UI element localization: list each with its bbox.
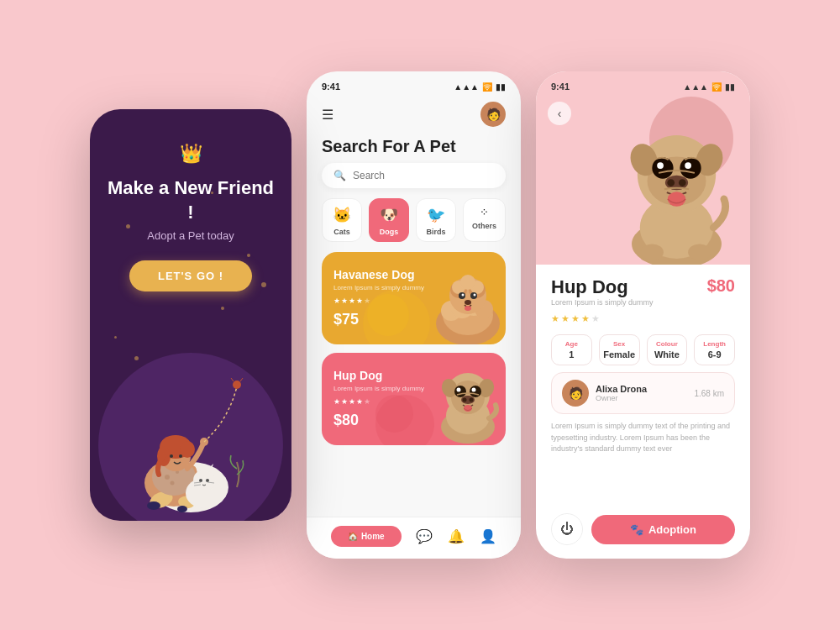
nav-home[interactable]: 🏠 Home xyxy=(331,526,402,547)
lets-go-button[interactable]: LET'S GO ! xyxy=(129,260,252,291)
svg-point-21 xyxy=(193,470,215,491)
svg-point-72 xyxy=(685,162,691,169)
stat-age: Age 1 xyxy=(551,334,592,365)
svg-point-15 xyxy=(179,454,182,458)
screen-search: 9:41 ▲▲▲ 🛜 ▮▮ ☰ 🧑 Search For A Pet 🔍 🐱 C… xyxy=(307,71,521,559)
adoption-label: Adoption xyxy=(648,523,696,536)
svg-point-24 xyxy=(199,479,202,482)
svg-point-17 xyxy=(233,381,241,389)
pet-detail-image xyxy=(599,97,750,265)
pet-detail-name: Hup Dog Lorem Ipsum is simply dummy xyxy=(551,276,654,307)
bottom-navigation: 🏠 Home 💬 🔔 👤 xyxy=(307,517,521,559)
signal-icon: ▲▲▲ xyxy=(454,82,479,92)
category-tabs: 🐱 Cats 🐶 Dogs 🐦 Birds ⁘ Others xyxy=(307,198,521,252)
search-input[interactable] xyxy=(353,170,494,181)
svg-point-69 xyxy=(652,157,673,178)
pet-card-havanese-info: Havanese Dog Lorem Ipsum is simply dummy… xyxy=(322,252,506,344)
stat-sex: Sex Female xyxy=(599,334,640,365)
svg-point-71 xyxy=(657,162,664,169)
svg-point-9 xyxy=(171,481,175,486)
svg-point-76 xyxy=(668,192,685,207)
power-button[interactable]: ⏻ xyxy=(551,513,583,545)
birds-icon: 🐦 xyxy=(427,206,445,224)
nav-notifications[interactable]: 🔔 xyxy=(448,528,465,544)
pet-card-hup-info: Hup Dog Lorem Ipsum is simply dummy ★ ★ … xyxy=(322,353,506,445)
nav-chat[interactable]: 💬 xyxy=(416,528,433,544)
app-header: ☰ 🧑 xyxy=(307,95,521,134)
pet-image-header: 9:41 ▲▲▲ 🛜 ▮▮ ‹ xyxy=(536,71,750,265)
home-label: Home xyxy=(361,532,385,541)
svg-point-63 xyxy=(641,244,664,260)
welcome-subtitle: Adopt a Pet today xyxy=(147,229,234,242)
pet-detail-price: $80 xyxy=(707,276,735,296)
svg-point-25 xyxy=(206,479,209,482)
back-button[interactable]: ‹ xyxy=(548,102,571,125)
wifi-icon: 🛜 xyxy=(482,82,492,92)
paw-icon: 🐾 xyxy=(630,523,643,536)
cats-label: Cats xyxy=(333,228,350,236)
status-bar-detail: 9:41 ▲▲▲ 🛜 ▮▮ xyxy=(536,71,750,95)
pet-desc-havanese: Lorem Ipsum is simply dummy xyxy=(333,284,494,291)
owner-info: 🧑 Alixa Drona Owner 1.68 km xyxy=(551,372,735,414)
nav-profile[interactable]: 👤 xyxy=(480,528,496,544)
svg-point-5 xyxy=(177,506,187,512)
chat-icon: 💬 xyxy=(416,528,433,544)
search-title: Search For A Pet xyxy=(307,134,521,163)
pet-list: Havanese Dog Lorem Ipsum is simply dummy… xyxy=(307,252,521,510)
screen-welcome: 👑 Make a New Friend ! Adopt a Pet today … xyxy=(90,109,291,521)
search-icon: 🔍 xyxy=(333,170,346,181)
svg-point-7 xyxy=(165,475,170,480)
svg-point-14 xyxy=(170,454,173,458)
category-cats[interactable]: 🐱 Cats xyxy=(322,198,362,242)
svg-point-4 xyxy=(147,501,160,510)
svg-point-75 xyxy=(679,179,686,186)
status-time-detail: 9:41 xyxy=(551,81,570,92)
pet-detail-stats: Age 1 Sex Female Colour White Length 6-9 xyxy=(551,334,735,365)
svg-line-19 xyxy=(240,378,243,381)
svg-point-70 xyxy=(680,157,701,178)
category-birds[interactable]: 🐦 Birds xyxy=(416,198,456,242)
status-time: 9:41 xyxy=(322,81,340,92)
screen-detail: 9:41 ▲▲▲ 🛜 ▮▮ ‹ xyxy=(536,71,750,559)
stat-length: Length 6-9 xyxy=(694,334,735,365)
search-bar[interactable]: 🔍 xyxy=(322,163,506,188)
owner-distance: 1.68 km xyxy=(694,389,724,398)
illustration-svg xyxy=(107,319,275,521)
welcome-illustration xyxy=(90,302,291,521)
status-icons-detail: ▲▲▲ 🛜 ▮▮ xyxy=(683,81,735,92)
status-bar: 9:41 ▲▲▲ 🛜 ▮▮ xyxy=(307,71,521,95)
status-icons: ▲▲▲ 🛜 ▮▮ xyxy=(454,82,506,92)
svg-point-64 xyxy=(688,244,711,260)
battery-icon-detail: ▮▮ xyxy=(725,82,735,92)
pet-detail-stars: ★ ★ ★ ★ ★ xyxy=(551,313,735,324)
home-icon: 🏠 xyxy=(348,532,358,541)
pet-desc-hup: Lorem Ipsum is simply dummy xyxy=(333,385,494,392)
svg-point-74 xyxy=(667,179,675,186)
dogs-label: Dogs xyxy=(380,228,399,236)
owner-details: Alixa Drona Owner xyxy=(596,384,694,402)
pet-name-hup: Hup Dog xyxy=(333,369,494,382)
wifi-icon-detail: 🛜 xyxy=(711,82,722,92)
category-dogs[interactable]: 🐶 Dogs xyxy=(369,198,409,242)
pet-card-havanese[interactable]: Havanese Dog Lorem Ipsum is simply dummy… xyxy=(322,252,506,344)
owner-avatar: 🧑 xyxy=(562,380,589,407)
pet-price-hup: $80 xyxy=(333,412,494,429)
adoption-button[interactable]: 🐾 Adoption xyxy=(591,515,735,544)
svg-line-18 xyxy=(231,378,234,381)
pet-name-havanese: Havanese Dog xyxy=(333,268,494,281)
profile-icon: 👤 xyxy=(480,528,496,544)
birds-label: Birds xyxy=(426,228,445,236)
menu-icon[interactable]: ☰ xyxy=(322,107,333,123)
owner-name: Alixa Drona xyxy=(596,384,694,394)
pet-price-havanese: $75 xyxy=(333,311,494,328)
pet-stars-havanese: ★ ★ ★ ★ ★ xyxy=(333,297,494,305)
pet-detail-header: Hup Dog Lorem Ipsum is simply dummy $80 xyxy=(551,276,735,307)
pet-detail-body: Hup Dog Lorem Ipsum is simply dummy $80 … xyxy=(536,265,750,505)
category-others[interactable]: ⁘ Others xyxy=(463,198,506,242)
welcome-title: Make a New Friend ! xyxy=(90,176,291,224)
pet-card-hup[interactable]: Hup Dog Lorem Ipsum is simply dummy ★ ★ … xyxy=(322,353,506,445)
user-avatar[interactable]: 🧑 xyxy=(480,102,506,127)
stat-colour: Colour White xyxy=(647,334,688,365)
crown-icon: 👑 xyxy=(180,143,202,165)
owner-role: Owner xyxy=(596,394,694,402)
